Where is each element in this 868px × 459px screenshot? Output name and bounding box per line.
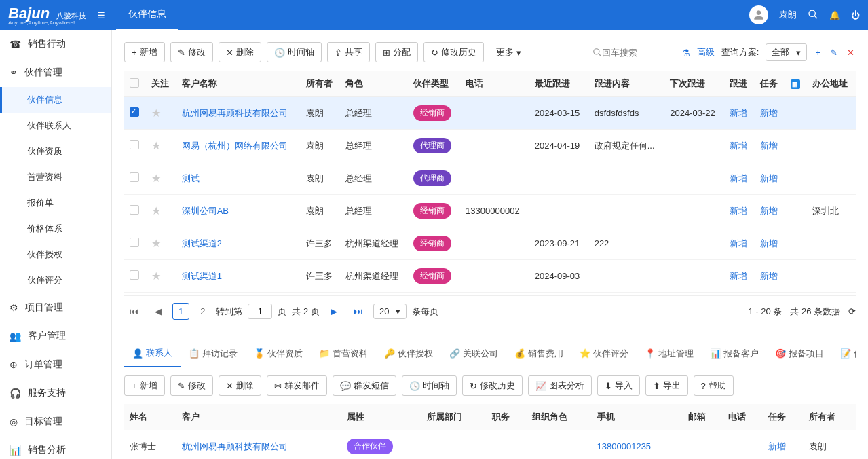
table-row[interactable]: ★ 测试渠道2 许三多 杭州渠道经理 经销商 2023-09-21 222 新增… [124, 227, 856, 260]
refresh-icon[interactable]: ⟳ [848, 306, 856, 316]
row-checkbox[interactable] [130, 270, 139, 280]
col-content[interactable]: 跟进内容 [589, 71, 665, 97]
star-icon[interactable]: ★ [151, 140, 161, 151]
follow-link[interactable]: 新增 [730, 108, 747, 118]
prev-page-button[interactable]: ◀ [149, 304, 167, 319]
customer-link[interactable]: 测试 [182, 173, 200, 183]
contact-row[interactable]: 张博士 杭州网易再顾科技有限公司 合作伙伴 13800001235 新增 袁朗 [124, 430, 856, 460]
c-col-name[interactable]: 姓名 [124, 404, 176, 430]
star-icon[interactable]: ★ [151, 270, 161, 282]
c-col-owner[interactable]: 所有者 [804, 404, 856, 430]
page-size-select[interactable]: 20 ▾ [373, 304, 407, 319]
c-col-dept[interactable]: 所属部门 [421, 404, 487, 430]
sub-chart-button[interactable]: 📈 图表分析 [528, 375, 592, 396]
sub-add-button[interactable]: + 新增 [124, 375, 165, 396]
select-all-checkbox[interactable] [130, 78, 139, 88]
sidebar-sub[interactable]: 伙伴评分 [0, 268, 111, 293]
hamburger-icon[interactable]: ☰ [97, 10, 105, 20]
sidebar-item-project[interactable]: ⚙项目管理 [0, 293, 111, 322]
search-box[interactable] [587, 45, 675, 60]
edit-button[interactable]: ✎修改 [170, 42, 213, 62]
follow-link[interactable]: 新增 [730, 238, 747, 249]
tab-报备客户[interactable]: 📊报备客户 [702, 340, 767, 367]
col-next[interactable]: 下次跟进 [664, 71, 724, 97]
power-icon[interactable]: ⏻ [851, 10, 860, 20]
customer-link[interactable]: 测试渠道2 [182, 238, 222, 249]
follow-link[interactable]: 新增 [730, 271, 747, 281]
table-row[interactable]: ★ 测试 袁朗 总经理 代理商 新增 新增 [124, 162, 856, 195]
row-checkbox[interactable] [130, 140, 139, 149]
filter-icon[interactable]: ⚗ [682, 48, 690, 58]
tab-报备项目[interactable]: 🎯报备项目 [767, 340, 832, 367]
table-row[interactable]: ★ 深圳公司AB 袁朗 总经理 经销商 13300000002 新增 新增 深圳… [124, 195, 856, 227]
sidebar-sub[interactable]: 伙伴信息 [0, 87, 111, 113]
sidebar-sub[interactable]: 报价单 [0, 190, 111, 216]
share-button[interactable]: ⇪共享 [327, 42, 370, 62]
col-type[interactable]: 伙伴类型 [408, 71, 460, 97]
sidebar-item-partner[interactable]: ⚭伙伴管理 [0, 58, 111, 87]
sub-email-button[interactable]: ✉ 群发邮件 [267, 375, 327, 396]
sub-help-button[interactable]: ? 帮助 [694, 375, 734, 396]
next-page-button[interactable]: ▶ [325, 304, 343, 319]
task-link[interactable]: 新增 [760, 108, 778, 118]
c-mobile[interactable]: 13800001235 [597, 441, 652, 452]
first-page-button[interactable]: ⏮ [124, 304, 144, 319]
col-follow[interactable]: 跟进 [724, 71, 755, 97]
c-customer-link[interactable]: 杭州网易再顾科技有限公司 [182, 441, 288, 452]
tab-拜访记录[interactable]: 📋拜访记录 [181, 340, 246, 367]
task-link[interactable]: 新增 [760, 173, 778, 183]
sidebar-item-order[interactable]: ⊕订单管理 [0, 350, 111, 379]
table-row[interactable]: ★ 网易（杭州）网络有限公司 袁朗 总经理 代理商 2024-04-19 政府规… [124, 130, 856, 162]
sub-import-button[interactable]: ⬇ 导入 [597, 375, 640, 396]
col-phone[interactable]: 电话 [460, 71, 529, 97]
col-name[interactable]: 客户名称 [176, 71, 301, 97]
sub-delete-button[interactable]: ✕ 删除 [219, 375, 261, 396]
tab-销售费用[interactable]: 💰销售费用 [506, 340, 571, 367]
avatar[interactable] [749, 5, 768, 24]
c-col-mobile[interactable]: 手机 [592, 404, 683, 430]
sub-sms-button[interactable]: 💬 群发短信 [333, 375, 396, 396]
c-col-task[interactable]: 任务 [763, 404, 803, 430]
row-checkbox[interactable] [130, 238, 139, 247]
row-checkbox[interactable] [130, 172, 139, 182]
bell-icon[interactable]: 🔔 [829, 10, 840, 20]
delete-scheme-icon[interactable]: ✕ [846, 46, 856, 59]
sub-edit-button[interactable]: ✎ 修改 [170, 375, 213, 396]
task-link[interactable]: 新增 [760, 141, 778, 151]
follow-link[interactable]: 新增 [730, 141, 747, 151]
sidebar-sub[interactable]: 伙伴联系人 [0, 113, 111, 139]
sidebar-sub[interactable]: 首营资料 [0, 164, 111, 190]
star-icon[interactable]: ★ [151, 205, 161, 217]
tab-联系人[interactable]: 👤联系人 [124, 340, 181, 367]
c-col-orgrole[interactable]: 组织角色 [527, 404, 592, 430]
customer-link[interactable]: 深圳公司AB [182, 206, 229, 216]
tab-首营资料[interactable]: 📁首营资料 [311, 340, 376, 367]
table-row[interactable]: ★ 杭州网易再顾科技有限公司 袁朗 总经理 经销商 2024-03-15 dsf… [124, 97, 856, 130]
task-link[interactable]: 新增 [760, 238, 778, 249]
sub-history-button[interactable]: ↻ 修改历史 [462, 375, 523, 396]
delete-button[interactable]: ✕删除 [219, 42, 261, 62]
sidebar-item-dashboard[interactable]: ☎销售行动 [0, 30, 111, 58]
history-button[interactable]: ↻修改历史 [423, 42, 484, 62]
add-scheme-icon[interactable]: + [814, 46, 822, 59]
c-task-link[interactable]: 新增 [768, 441, 786, 452]
advanced-link[interactable]: 高级 [697, 46, 715, 58]
sidebar-sub[interactable]: 伙伴资质 [0, 139, 111, 164]
col-addr[interactable]: 办公地址 [807, 71, 856, 97]
task-link[interactable]: 新增 [760, 206, 778, 216]
c-col-job[interactable]: 职务 [487, 404, 527, 430]
sub-timeline-button[interactable]: 🕓 时间轴 [402, 375, 457, 396]
sidebar-item-analysis[interactable]: 📊销售分析 [0, 436, 111, 459]
follow-link[interactable]: 新增 [730, 173, 747, 183]
page-1[interactable]: 1 [172, 303, 189, 320]
timeline-button[interactable]: 🕓时间轴 [267, 42, 322, 62]
star-icon[interactable]: ★ [151, 238, 161, 249]
col-role[interactable]: 角色 [340, 71, 408, 97]
c-col-phone[interactable]: 电话 [723, 404, 763, 430]
tab-关联公司[interactable]: 🔗关联公司 [441, 340, 506, 367]
scheme-select[interactable]: 全部▾ [766, 43, 807, 61]
sidebar-item-target[interactable]: ◎目标管理 [0, 407, 111, 436]
customer-link[interactable]: 杭州网易再顾科技有限公司 [182, 108, 288, 118]
sidebar-item-service[interactable]: 🎧服务支持 [0, 379, 111, 407]
tab-伙伴授权[interactable]: 🔑伙伴授权 [376, 340, 441, 367]
